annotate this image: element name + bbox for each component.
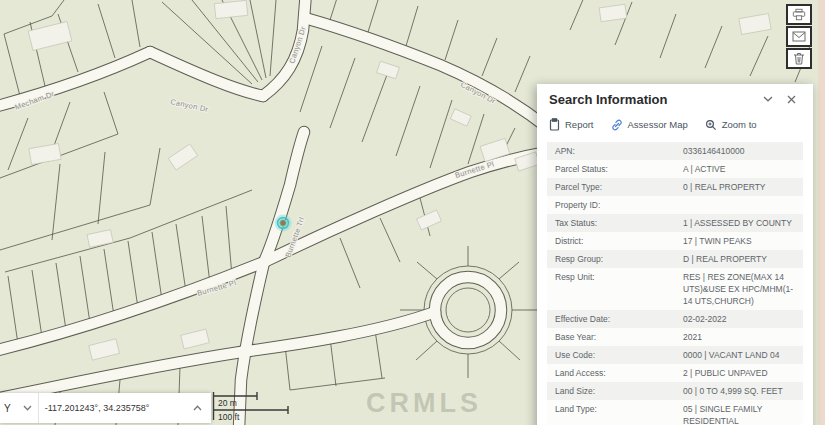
- table-row-district: District: 17 | TWIN PEAKS: [547, 232, 803, 250]
- field-value: A | ACTIVE: [681, 160, 803, 178]
- field-value: 0336146410000: [681, 142, 803, 160]
- panel-title: Search Information: [549, 92, 756, 107]
- panel-action-toolbar: Report Assessor Map Zoom to: [537, 114, 813, 139]
- field-label: Base Year:: [547, 328, 681, 346]
- field-label: Parcel Type:: [547, 178, 681, 196]
- field-label: Tax Status:: [547, 214, 681, 232]
- coordinate-format-value: Y: [4, 403, 11, 414]
- chevron-up-icon: [193, 405, 202, 411]
- field-value: 17 | TWIN PEAKS: [681, 232, 803, 250]
- cursor-coordinates: -117.201243°, 34.235758°: [39, 403, 184, 413]
- coordinate-statusbar: Y -117.201243°, 34.235758°: [0, 393, 211, 423]
- field-label: Land Type:: [547, 400, 681, 425]
- table-row-use-code: Use Code: 0000 | VACANT LAND 04: [547, 346, 803, 364]
- field-value: 05 | SINGLE FAMILY RESIDENTIAL: [681, 400, 803, 425]
- trash-icon: [793, 52, 805, 65]
- table-row-tax-status: Tax Status: 1 | ASSESSED BY COUNTY: [547, 214, 803, 232]
- field-label: Property ID:: [547, 196, 681, 214]
- envelope-button[interactable]: [786, 26, 812, 47]
- table-row-resp-unit: Resp Unit: RES | RES ZONE(MAX 14 UTS)&US…: [547, 268, 803, 310]
- table-row-land-access: Land Access: 2 | PUBLIC UNPAVED: [547, 364, 803, 382]
- field-label: District:: [547, 232, 681, 250]
- field-label: Resp Group:: [547, 250, 681, 268]
- table-row-resp-group: Resp Group: D | REAL PROPERTY: [547, 250, 803, 268]
- envelope-icon: [792, 31, 806, 42]
- table-row-land-type: Land Type: 05 | SINGLE FAMILY RESIDENTIA…: [547, 400, 803, 425]
- chevron-down-icon: [763, 96, 773, 102]
- panel-header: Search Information: [537, 84, 813, 114]
- field-value: 0000 | VACANT LAND 04: [681, 346, 803, 364]
- table-row-land-size: Land Size: 00 | 0 TO 4,999 SQ. FEET: [547, 382, 803, 400]
- zoom-to-label: Zoom to: [722, 119, 757, 130]
- print-button[interactable]: [786, 4, 812, 25]
- scalebar-metric-label: 20 m: [218, 398, 237, 408]
- chevron-down-icon: [23, 405, 32, 411]
- selected-point-marker[interactable]: [275, 215, 292, 232]
- field-value: 0 | REAL PROPERTY: [681, 178, 803, 196]
- field-value: 02-02-2022: [681, 310, 803, 328]
- report-label: Report: [565, 119, 594, 130]
- table-row-parcel-type: Parcel Type: 0 | REAL PROPERTY: [547, 178, 803, 196]
- field-label: Use Code:: [547, 346, 681, 364]
- field-label: Resp Unit:: [547, 268, 681, 310]
- field-value: 1 | ASSESSED BY COUNTY: [681, 214, 803, 232]
- parcel-attributes-table: APN: 0336146410000 Parcel Status: A | AC…: [547, 142, 803, 425]
- field-label: Land Size:: [547, 382, 681, 400]
- map-scalebar: 20 m 100 ft: [212, 391, 304, 425]
- table-row-base-year: Base Year: 2021: [547, 328, 803, 346]
- crmls-watermark: CRMLS: [366, 388, 482, 419]
- magnifier-zoom-icon: [705, 119, 717, 131]
- panel-collapse-button[interactable]: [756, 94, 780, 104]
- report-clipboard-icon: [549, 118, 560, 131]
- field-label: Parcel Status:: [547, 160, 681, 178]
- field-value: 00 | 0 TO 4,999 SQ. FEET: [681, 382, 803, 400]
- field-value: 2021: [681, 328, 803, 346]
- field-label: Land Access:: [547, 364, 681, 382]
- assessor-map-button[interactable]: Assessor Map: [611, 119, 688, 131]
- field-value: D | REAL PROPERTY: [681, 250, 803, 268]
- table-row-effective-date: Effective Date: 02-02-2022: [547, 310, 803, 328]
- coordinate-format-dropdown[interactable]: Y: [0, 393, 38, 423]
- gis-app-window: Mecham Dr Canyon Dr Canyon Dr Canyon Dr …: [0, 0, 825, 425]
- trash-button[interactable]: [786, 48, 812, 69]
- map-tools-toolbar: [786, 4, 812, 69]
- field-value: 2 | PUBLIC UNPAVED: [681, 364, 803, 382]
- table-row-property-id: Property ID:: [547, 196, 803, 214]
- field-value: [681, 196, 803, 214]
- table-row-parcel-status: Parcel Status: A | ACTIVE: [547, 160, 803, 178]
- zoom-to-button[interactable]: Zoom to: [705, 119, 757, 131]
- assessor-map-label: Assessor Map: [628, 119, 688, 130]
- link-icon: [611, 119, 623, 131]
- right-edge-strip: [818, 0, 825, 425]
- search-information-panel: Search Information Rep: [537, 84, 813, 425]
- close-icon: [787, 95, 796, 104]
- statusbar-collapse-button[interactable]: [184, 405, 211, 411]
- field-label: APN:: [547, 142, 681, 160]
- print-icon: [792, 8, 806, 21]
- report-button[interactable]: Report: [549, 118, 594, 131]
- table-row-apn: APN: 0336146410000: [547, 142, 803, 160]
- panel-close-button[interactable]: [780, 93, 803, 106]
- field-label: Effective Date:: [547, 310, 681, 328]
- scalebar-imperial-label: 100 ft: [218, 412, 240, 422]
- field-value: RES | RES ZONE(MAX 14 UTS)&USE EX HPC/MH…: [681, 268, 803, 310]
